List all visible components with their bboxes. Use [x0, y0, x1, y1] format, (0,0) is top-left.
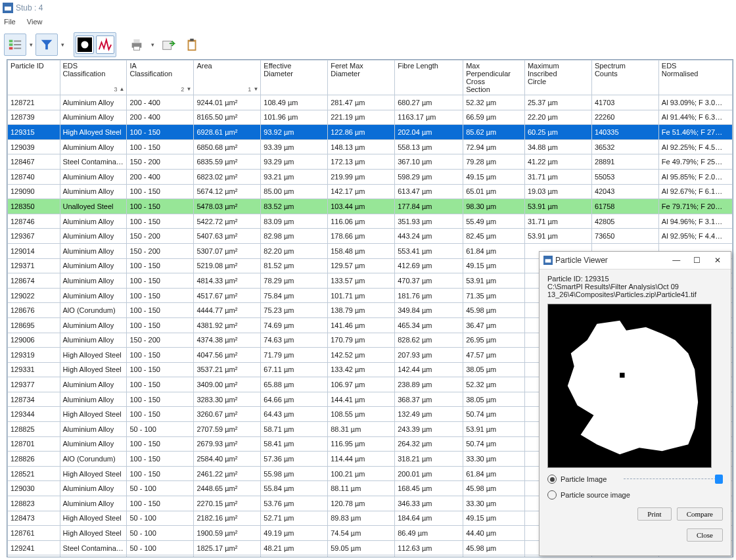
column-header-area[interactable]: Area1▼ [194, 60, 261, 95]
view-spectrum-icon[interactable] [96, 35, 114, 54]
cell-mpcs: 53.91 µm [463, 273, 525, 289]
cell-ia: 50 - 100 [127, 481, 194, 496]
radio-source-image[interactable]: Particle source image [547, 490, 723, 500]
table-row[interactable]: 129367Aluminium Alloy150 - 2005407.63 µm… [8, 229, 733, 244]
view-particle-icon[interactable] [76, 35, 94, 54]
menu-bar: File View [0, 16, 736, 28]
clipboard-icon[interactable] [181, 34, 203, 56]
menu-file[interactable]: File [4, 18, 16, 26]
cell-fl: 238.89 µm [395, 377, 463, 392]
cell-mpcs: 45.98 µm [463, 303, 525, 318]
menu-view[interactable]: View [27, 18, 43, 26]
cell-pid: 128350 [8, 199, 60, 214]
minimize-icon[interactable]: — [667, 256, 685, 265]
table-row[interactable]: 129315High Alloyed Steel100 - 1506928.61… [8, 125, 733, 140]
cell-fl: 112.63 µm [395, 540, 463, 555]
cell-fmd: 122.86 µm [328, 125, 395, 140]
column-header-edsN[interactable]: EDSNormalised [658, 60, 732, 95]
cell-ia: 150 - 200 [127, 154, 194, 170]
cell-eds: High Alloyed Steel [60, 362, 127, 377]
column-header-fmd[interactable]: Feret MaxDiameter [328, 60, 395, 95]
cell-ia: 100 - 150 [127, 496, 194, 511]
cell-ed: 57.36 µm [261, 452, 328, 467]
cell-area: 4517.67 µm² [194, 288, 261, 303]
export-icon[interactable] [157, 34, 179, 56]
toggle-checklist-icon[interactable] [4, 34, 26, 56]
svg-rect-19 [545, 259, 551, 262]
cell-ed: 71.79 µm [261, 348, 328, 363]
cell-pid: 129022 [8, 288, 60, 303]
table-row[interactable]: 128350Unalloyed Steel100 - 1505478.03 µm… [8, 199, 733, 214]
table-row[interactable]: 128740Aluminium Alloy200 - 4006823.02 µm… [8, 169, 733, 184]
cell-ia: 100 - 150 [127, 288, 194, 303]
close-icon[interactable]: ✕ [708, 256, 727, 265]
cell-mpcs: 26.95 µm [463, 333, 525, 348]
table-row[interactable]: 128746Aluminium Alloy100 - 1505422.72 µm… [8, 214, 733, 229]
cell-area: 3537.21 µm² [194, 362, 261, 377]
column-header-eds[interactable]: EDSClassification3▲ [60, 60, 127, 95]
table-row[interactable]: 128467Steel Contaminated150 - 2006835.59… [8, 154, 733, 170]
toolbar: ▾ ▾ ▾ [0, 28, 736, 62]
cell-fmd: 116.06 µm [328, 214, 395, 229]
app-icon [543, 256, 553, 265]
column-header-ed[interactable]: EffectiveDiameter [261, 60, 328, 95]
cell-ia: 100 - 150 [127, 348, 194, 363]
title-bar: Stub : 4 [0, 0, 736, 16]
table-header-row: Particle IDEDSClassification3▲IAClassifi… [8, 60, 733, 95]
print-button[interactable]: Print [637, 507, 671, 521]
svg-rect-1 [5, 7, 11, 11]
column-header-mic[interactable]: MaximumInscribedCircle [524, 60, 591, 95]
cell-eds: High Alloyed Steel [60, 407, 127, 422]
svg-rect-7 [14, 48, 21, 49]
cell-pid: 129030 [8, 481, 60, 496]
print-icon[interactable] [126, 34, 148, 56]
cell-fl: 202.04 µm [395, 125, 463, 140]
cell-mic: 60.25 µm [524, 125, 591, 140]
cell-pid: 128734 [8, 392, 60, 407]
close-button[interactable]: Close [687, 528, 723, 542]
cell-eds: High Alloyed Steel [60, 511, 127, 526]
cell-fl: 368.37 µm [395, 392, 463, 407]
svg-rect-14 [163, 41, 172, 50]
table-row[interactable]: 128721Aluminium Alloy200 - 4009244.01 µm… [8, 95, 733, 110]
compare-button[interactable]: Compare [677, 507, 723, 521]
cell-eds: Aluminium Alloy [60, 436, 127, 452]
cell-fl: 465.34 µm [395, 317, 463, 333]
cell-area: 6835.59 µm² [194, 154, 261, 170]
cell-fmd: 89.83 µm [328, 511, 395, 526]
cell-fmd: 116.95 µm [328, 436, 395, 452]
table-row[interactable]: 129039Aluminium Alloy100 - 1506850.68 µm… [8, 139, 733, 154]
column-header-sc[interactable]: SpectrumCounts [591, 60, 658, 95]
cell-pid: 129241 [8, 540, 60, 555]
cell-mpcs: 52.32 µm [463, 95, 525, 110]
column-header-fl[interactable]: Fibre Length [395, 60, 463, 95]
cell-mic: 34.88 µm [524, 139, 591, 154]
table-row[interactable]: 128739Aluminium Alloy200 - 4008165.50 µm… [8, 110, 733, 125]
cell-mpcs: 38.05 µm [463, 362, 525, 377]
dropdown-icon[interactable]: ▾ [149, 41, 156, 48]
cell-fl: 346.33 µm [395, 496, 463, 511]
cell-sc: 22260 [591, 110, 658, 125]
column-header-pid[interactable]: Particle ID [8, 60, 60, 95]
cell-ed: 53.76 µm [261, 496, 328, 511]
maximize-icon[interactable]: ☐ [688, 256, 706, 265]
cell-mpcs: 44.40 µm [463, 555, 525, 557]
cell-mpcs: 65.01 µm [463, 184, 525, 199]
dropdown-icon[interactable]: ▾ [59, 41, 66, 48]
cell-ia: 150 - 200 [127, 243, 194, 258]
cell-fmd: 144.41 µm [328, 392, 395, 407]
radio-particle-image[interactable]: Particle Image [547, 475, 723, 484]
cell-eds: Aluminium Alloy [60, 110, 127, 125]
cell-fmd: 142.52 µm [328, 348, 395, 363]
table-row[interactable]: 129090Aluminium Alloy100 - 1505674.12 µm… [8, 184, 733, 199]
cell-fl: 86.49 µm [395, 526, 463, 541]
cell-area: 2182.16 µm² [194, 511, 261, 526]
filter-icon[interactable] [35, 34, 58, 56]
particle-viewer-titlebar[interactable]: Particle Viewer — ☐ ✕ [540, 252, 731, 269]
column-header-ia[interactable]: IAClassification2▼ [127, 60, 194, 95]
column-header-mpcs[interactable]: MaxPerpendicularCrossSection [463, 60, 525, 95]
dropdown-icon[interactable]: ▾ [28, 41, 34, 48]
particle-image [547, 304, 712, 468]
threshold-slider[interactable] [624, 475, 723, 484]
cell-area: 2707.59 µm² [194, 422, 261, 437]
